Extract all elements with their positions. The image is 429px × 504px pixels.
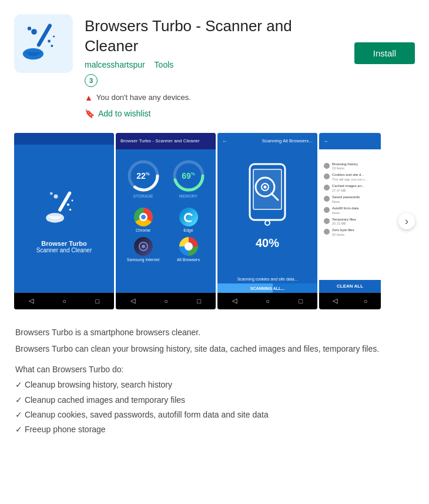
ss3-scanning-text: Scanning cookies and site data... <box>217 277 317 281</box>
ss1-subtitle: Scanner and Cleaner <box>36 247 92 253</box>
ss4-nav-back: ◁ <box>333 297 337 305</box>
app-description: Browsers Turbo is a smartphone browsers … <box>14 326 415 438</box>
install-button[interactable]: Install <box>354 42 415 64</box>
svg-point-12 <box>54 195 58 199</box>
browser-chrome: Chrome <box>123 208 163 232</box>
svg-rect-2 <box>36 23 53 47</box>
description-para2: Browsers Turbo can clean your browsing h… <box>15 342 414 355</box>
svg-point-1 <box>28 26 31 30</box>
ss3-progress-bar: SCANNING ALL... <box>217 283 317 293</box>
feature-item: Cleanup browsing history, search history <box>15 378 414 392</box>
ss3-percent: 40% <box>217 236 317 250</box>
ss3-topbar-text: Scanning All Browsers... <box>262 138 313 143</box>
svg-point-26 <box>264 185 267 188</box>
ss3-nav-home: ○ <box>266 298 270 305</box>
wishlist-button[interactable]: 🔖 Add to wishlist <box>85 109 150 118</box>
rating-badge: 3 <box>85 74 98 87</box>
list-item: Saved passwords None <box>324 195 376 203</box>
ss3-nav-recents: □ <box>299 298 303 305</box>
screenshot-4: ← Clean All Br Browsing history 19 Items <box>319 133 381 309</box>
screenshots-container: Browser Turbo Scanner and Cleaner ◁ ○ □ … <box>14 133 415 309</box>
nav-recents-icon: □ <box>96 298 100 305</box>
ss2-topbar-text: Browser Turbo - Scanner and Cleaner <box>120 138 200 143</box>
header-right: Install <box>354 14 415 64</box>
svg-point-4 <box>48 40 51 43</box>
app-header: Browsers Turbo - Scanner and Cleaner mal… <box>14 14 415 119</box>
svg-point-10 <box>72 200 73 202</box>
screenshots-section: Browser Turbo Scanner and Cleaner ◁ ○ □ … <box>14 133 415 309</box>
nav-home-icon: ○ <box>62 298 66 305</box>
ss2-nav-home: ○ <box>164 298 168 305</box>
memory-gauge: 69% <box>172 159 206 193</box>
nav-back-icon: ◁ <box>29 297 33 305</box>
ss4-items-list: Browsing history 19 Items Cookies and si… <box>319 162 381 237</box>
chevron-right-icon: › <box>405 216 408 226</box>
feature-item: Cleanup cookies, saved passwords, autofi… <box>15 408 414 422</box>
svg-point-22 <box>265 221 270 225</box>
ss3-nav-back: ◁ <box>232 297 237 305</box>
svg-point-0 <box>31 29 37 35</box>
ss1-title: Browser Turbo <box>41 240 86 247</box>
list-item: Zero byte files 25 Items <box>324 228 376 236</box>
svg-point-19 <box>142 245 145 248</box>
screenshot-2: Browser Turbo - Scanner and Cleaner 22% … <box>116 133 216 309</box>
ss4-nav-circle: ○ <box>364 298 368 305</box>
warning-icon: ▲ <box>85 93 93 102</box>
svg-point-9 <box>67 203 69 206</box>
screenshot-3: ← Scanning All Browsers... <box>217 133 317 309</box>
screenshots-next-button[interactable]: › <box>398 213 415 229</box>
ss2-nav-back: ◁ <box>130 297 135 305</box>
svg-point-6 <box>51 45 53 47</box>
app-info: Browsers Turbo - Scanner and Cleaner mal… <box>85 14 343 119</box>
app-title: Browsers Turbo - Scanner and Cleaner <box>85 16 343 56</box>
screenshot-1: Browser Turbo Scanner and Cleaner ◁ ○ □ <box>14 133 114 309</box>
ss4-back-icon: ← <box>324 138 329 144</box>
browser-all: All Browsers <box>168 237 209 262</box>
browser-edge: Edge <box>168 208 209 232</box>
feature-item: Cleanup cached images and temporary file… <box>15 393 414 408</box>
storage-gauge: 22% <box>126 159 160 193</box>
description-heading: What can Browsers Turbo do: <box>15 365 414 374</box>
list-item: Autofill form data None <box>324 206 376 215</box>
ss4-clean-button[interactable]: CLEAN ALL <box>319 280 381 293</box>
device-warning: ▲ You don't have any devices. <box>85 93 343 102</box>
ss3-phone-icon <box>217 149 317 236</box>
description-para1: Browsers Turbo is a smartphone browsers … <box>15 326 414 339</box>
browser-samsung: Samsung Internet <box>123 237 163 262</box>
list-item: Cookies and site d... This will sign you… <box>324 173 376 181</box>
ss3-back-icon: ← <box>222 138 227 144</box>
list-item: Temporary files 20.31 MB <box>324 218 376 226</box>
list-item: Browsing history 19 Items <box>324 162 376 171</box>
app-icon <box>14 14 73 73</box>
ss1-broom-icon <box>43 188 85 232</box>
features-list: Cleanup browsing history, search history… <box>15 378 414 437</box>
svg-point-13 <box>50 192 53 195</box>
app-developer: malcesshartspur Tools <box>85 60 343 69</box>
feature-item: Freeup phone storage <box>15 422 414 437</box>
svg-point-11 <box>69 209 72 211</box>
ss2-nav-recents: □ <box>197 298 202 305</box>
ss4-title: Clean All Br <box>319 149 381 162</box>
bookmark-icon: 🔖 <box>85 109 95 118</box>
svg-point-5 <box>53 35 55 37</box>
list-item: Cached images an... 27.07 MB <box>324 184 376 192</box>
